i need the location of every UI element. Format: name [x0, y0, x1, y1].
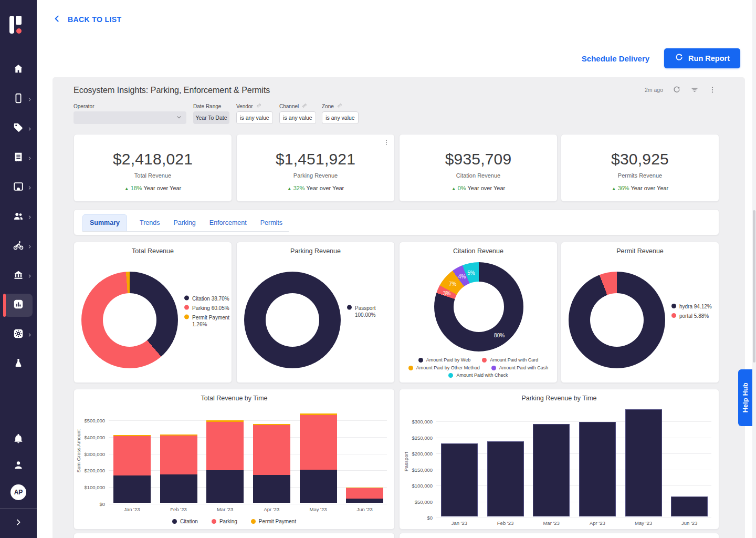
bar-segment	[441, 443, 478, 516]
tab-permits[interactable]: Permits	[259, 215, 284, 231]
schedule-delivery-link[interactable]: Schedule Delivery	[582, 54, 649, 63]
tabs-card: SummaryTrendsParkingEnforcementPermits	[74, 209, 719, 235]
scrollbar-thumb[interactable]	[753, 210, 755, 363]
run-report-button[interactable]: Run Report	[664, 48, 740, 68]
sidebar-item-account[interactable]	[0, 454, 37, 478]
y-tick-label: $500,000	[74, 418, 105, 423]
x-tick-label: Apr '23	[590, 520, 605, 526]
kebab-menu-icon[interactable]	[708, 86, 717, 94]
run-report-label: Run Report	[688, 54, 730, 63]
kpi-value: $2,418,021	[74, 150, 232, 168]
tab-summary[interactable]: Summary	[82, 214, 127, 231]
bar-segment	[300, 415, 337, 470]
legend-item: Citation 38.70%	[184, 295, 233, 302]
filter-label: Operator	[74, 102, 186, 110]
sidebar-item-mobile[interactable]	[0, 88, 37, 111]
legend-dot-icon	[347, 305, 352, 309]
sidebar-item-zones[interactable]	[0, 176, 37, 199]
legend-dot-icon	[418, 358, 423, 363]
chevron-right-icon	[27, 153, 32, 163]
filter-date-range: Date RangeYear To Date	[193, 102, 229, 124]
kpi-label: Parking Revenue	[237, 172, 394, 179]
bar-segment	[113, 435, 151, 436]
bank-icon	[13, 269, 24, 283]
kebab-menu-icon[interactable]	[383, 139, 390, 148]
chart-legend: CitationParkingPermit Payment	[74, 518, 394, 525]
x-tick-label: Feb '23	[170, 506, 186, 512]
chevron-right-icon	[27, 124, 32, 133]
sidebar-item-mobility[interactable]	[0, 235, 37, 258]
chevron-right-icon	[27, 95, 32, 104]
filter-vendor: Vendoris any value	[236, 102, 273, 124]
donut-hole	[266, 293, 319, 347]
filter-control[interactable]: Year To Date	[193, 111, 229, 124]
back-to-list-label: BACK TO LIST	[68, 15, 122, 24]
filter-control[interactable]: is any value	[279, 111, 316, 124]
home-icon	[13, 63, 24, 77]
filter-control[interactable]: is any value	[236, 111, 273, 124]
sidebar-item-home[interactable]	[0, 58, 37, 81]
tab-enforcement[interactable]: Enforcement	[208, 215, 248, 231]
sidebar-item-customers[interactable]	[0, 205, 37, 229]
x-tick-label: May '23	[310, 506, 327, 512]
chevron-right-icon	[27, 212, 32, 222]
legend-dot-icon	[184, 295, 189, 300]
chart-title: Total Revenue	[74, 247, 232, 255]
filter-control[interactable]	[74, 111, 186, 124]
donut-card-total-revenue: Total RevenueCitation 38.70%Parking 60.0…	[74, 242, 232, 383]
chart-legend: Amount Paid by WebAmount Paid with CardA…	[405, 357, 552, 379]
kpi-value: $1,451,921	[237, 150, 394, 168]
y-axis-label: Passport	[403, 446, 409, 477]
app-logo[interactable]	[9, 15, 29, 35]
sidebar-item-notifications[interactable]	[0, 428, 37, 451]
kpi-delta: ▲0% Year over Year	[400, 185, 557, 191]
bar-segment	[160, 434, 197, 436]
help-hub-tab[interactable]: Help Hub	[738, 369, 752, 426]
x-tick-label: Jan '23	[124, 506, 140, 512]
filter-label: Zone	[322, 102, 359, 110]
legend-item: Permit Payment	[251, 518, 296, 525]
legend-item: portal 5.88%	[671, 313, 720, 319]
chevron-right-icon	[14, 518, 23, 529]
gridline	[436, 518, 711, 518]
gridline	[436, 438, 711, 438]
flask-icon	[13, 357, 24, 371]
filter-zone: Zoneis any value	[322, 102, 359, 124]
sidebar-item-settings[interactable]	[0, 323, 37, 346]
kpi-card: $1,451,921Parking Revenue▲32% Year over …	[236, 134, 395, 202]
x-tick-label: Jun '23	[681, 520, 697, 526]
dashboard-title: Ecosystem Insights: Parking, Enforcement…	[74, 86, 270, 95]
bar-segment	[253, 424, 290, 425]
tab-trends[interactable]: Trends	[139, 215, 161, 231]
donut-hole	[590, 293, 644, 347]
bar-segment	[346, 499, 383, 503]
sidebar-item-finance[interactable]	[0, 264, 37, 287]
sidebar-item-transactions[interactable]	[0, 147, 37, 170]
browser-icon	[13, 181, 24, 194]
scrollbar-track[interactable]	[752, 0, 756, 538]
sidebar-item-labs[interactable]	[0, 353, 37, 376]
bar-segment	[206, 420, 244, 422]
filter-icon[interactable]	[690, 86, 699, 94]
gridline	[436, 421, 711, 422]
next-row-card	[74, 533, 395, 538]
user-avatar[interactable]: AP	[0, 481, 37, 504]
bell-icon	[13, 433, 24, 447]
legend-dot-icon	[212, 519, 216, 524]
back-to-list-link[interactable]: BACK TO LIST	[52, 14, 122, 25]
kpi-card: $30,925Permits Revenue▲36% Year over Yea…	[561, 134, 719, 202]
sidebar-item-reports[interactable]	[0, 294, 37, 317]
refresh-icon[interactable]	[673, 86, 681, 94]
link-icon	[301, 102, 308, 110]
tab-parking[interactable]: Parking	[172, 215, 196, 231]
sidebar-item-rates[interactable]	[0, 117, 37, 140]
chevron-right-icon	[27, 271, 32, 281]
legend-dot-icon	[671, 313, 676, 318]
legend-item: Amount Paid by Other Method	[408, 365, 480, 371]
bar-segment	[487, 441, 524, 516]
donut-hole	[454, 282, 504, 332]
sidebar-expand-button[interactable]	[0, 512, 37, 535]
gridline	[109, 504, 387, 504]
chart-legend: Citation 38.70%Parking 60.05%Permit Paym…	[184, 295, 233, 330]
filter-control[interactable]: is any value	[322, 111, 359, 124]
